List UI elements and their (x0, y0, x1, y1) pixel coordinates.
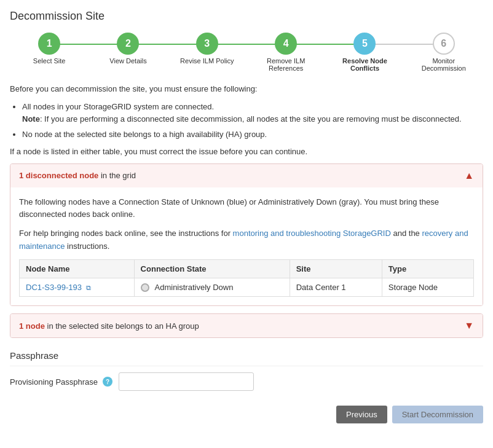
para2-mid: and the (391, 229, 422, 238)
req1-note-label: Note (22, 114, 40, 124)
intro-text: Before you can decommission the site, yo… (10, 84, 483, 93)
passphrase-label: Provisioning Passphrase (10, 377, 98, 387)
req1-main: All nodes in your StorageGRID system are… (22, 102, 214, 111)
cell-node-name: DC1-S3-99-193 ⧉ (20, 278, 135, 297)
ha-group-title: 1 node in the selected site belongs to a… (19, 321, 199, 331)
disconnected-nodes-header[interactable]: 1 disconnected node in the grid ▲ (10, 164, 483, 187)
disconnected-para1: The following nodes have a Connection St… (19, 196, 474, 222)
col-site: Site (290, 259, 382, 278)
step-circle-1: 1 (38, 33, 60, 55)
requirement-list: All nodes in your StorageGRID system are… (22, 101, 483, 141)
disconnected-nodes-table: Node Name Connection State Site Type DC1… (19, 259, 474, 297)
external-link-icon: ⧉ (86, 284, 91, 291)
step-label-5: Resolve Node Conflicts (337, 57, 392, 72)
table-header-row: Node Name Connection State Site Type (20, 259, 474, 278)
stepper-item-1: 1 Select Site (10, 33, 89, 65)
step-label-6: Monitor Decommission (416, 57, 471, 72)
ha-group-section: 1 node in the selected site belongs to a… (10, 313, 483, 338)
step-label-2: View Details (109, 57, 146, 65)
ha-count: 1 node (19, 321, 45, 331)
col-connection-state: Connection State (134, 259, 290, 278)
passphrase-section: Passphrase Provisioning Passphrase ? (10, 350, 483, 391)
disconnected-rest: in the grid (101, 171, 136, 180)
passphrase-input[interactable] (119, 372, 254, 391)
passphrase-title: Passphrase (10, 350, 483, 366)
node-link[interactable]: DC1-S3-99-193 (26, 283, 82, 292)
disconnected-chevron-icon: ▲ (464, 170, 474, 181)
disconnected-para2: For help bringing nodes back online, see… (19, 227, 474, 253)
requirement-2: No node at the selected site belongs to … (22, 128, 483, 141)
req1-note-text: : If you are performing a disconnected s… (40, 114, 462, 124)
disconnected-nodes-body: The following nodes have a Connection St… (10, 187, 483, 306)
step-circle-6: 6 (433, 33, 455, 55)
step-label-4: Remove ILM References (258, 57, 314, 72)
state-text: Administratively Down (155, 283, 234, 292)
ha-group-header[interactable]: 1 node in the selected site belongs to a… (10, 314, 483, 337)
disconnected-nodes-title: 1 disconnected node in the grid (19, 171, 136, 180)
state-icon (141, 283, 149, 292)
table-row: DC1-S3-99-193 ⧉ Administratively Down Da… (20, 278, 474, 297)
warning-text: If a node is listed in either table, you… (10, 147, 483, 156)
stepper-item-4: 4 Remove ILM References (246, 33, 325, 72)
cell-type: Storage Node (382, 278, 473, 297)
step-circle-5: 5 (353, 33, 376, 55)
para2-suffix: instructions. (65, 242, 109, 251)
start-decommission-button[interactable]: Start Decommission (392, 406, 483, 423)
passphrase-row: Provisioning Passphrase ? (10, 372, 483, 391)
stepper-item-5: 5 Resolve Node Conflicts (325, 33, 404, 72)
col-type: Type (382, 259, 473, 278)
stepper-item-3: 3 Revise ILM Policy (168, 33, 246, 65)
disconnected-nodes-section: 1 disconnected node in the grid ▲ The fo… (10, 163, 483, 307)
step-label-1: Select Site (33, 57, 66, 65)
ha-rest: in the selected site belongs to an HA gr… (47, 321, 199, 331)
cell-site: Data Center 1 (290, 278, 382, 297)
col-node-name: Node Name (20, 259, 135, 278)
stepper: 1 Select Site 2 View Details 3 Revise IL… (10, 33, 483, 72)
step-label-3: Revise ILM Policy (180, 57, 234, 65)
ha-chevron-icon: ▼ (464, 320, 474, 331)
stepper-item-2: 2 View Details (89, 33, 167, 65)
previous-button[interactable]: Previous (336, 406, 387, 423)
step-circle-4: 4 (275, 33, 297, 55)
step-circle-2: 2 (117, 33, 139, 55)
requirement-1: All nodes in your StorageGRID system are… (22, 101, 483, 125)
page-title: Decommission Site (10, 10, 483, 23)
help-icon[interactable]: ? (103, 377, 112, 387)
para2-prefix: For help bringing nodes back online, see… (19, 229, 233, 238)
button-row: Previous Start Decommission (10, 406, 483, 423)
montoring-link[interactable]: montoring and troubleshooting StorageGRI… (233, 229, 391, 238)
step-circle-3: 3 (196, 33, 218, 55)
stepper-item-6: 6 Monitor Decommission (404, 33, 483, 72)
cell-connection-state: Administratively Down (134, 278, 290, 297)
disconnected-count: 1 disconnected node (19, 171, 98, 180)
